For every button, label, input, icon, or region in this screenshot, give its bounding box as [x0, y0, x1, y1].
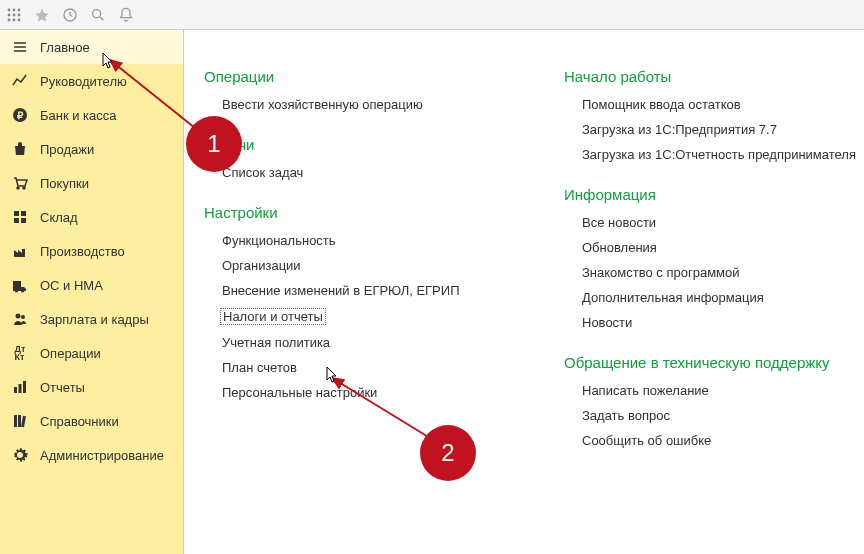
svg-rect-26 — [23, 381, 26, 393]
sidebar-item-bank[interactable]: ₽ Банк и касса — [0, 98, 183, 132]
search-icon[interactable] — [90, 7, 106, 23]
star-icon[interactable] — [34, 7, 50, 23]
sidebar-item-main[interactable]: Главное — [0, 30, 183, 64]
svg-rect-24 — [14, 387, 17, 393]
sidebar-item-label: Продажи — [40, 142, 94, 157]
sidebar-item-label: Руководителю — [40, 74, 127, 89]
sidebar-item-label: Склад — [40, 210, 78, 225]
annotation-marker-label: 1 — [207, 130, 220, 158]
history-icon[interactable] — [62, 7, 78, 23]
sidebar-item-warehouse[interactable]: Склад — [0, 200, 183, 234]
sidebar-item-label: Главное — [40, 40, 90, 55]
link-organizations[interactable]: Организации — [222, 258, 504, 273]
link-intro[interactable]: Знакомство с программой — [582, 265, 864, 280]
ruble-icon: ₽ — [12, 107, 28, 123]
people-icon — [12, 311, 28, 327]
annotation-marker-label: 2 — [441, 439, 454, 467]
sidebar-item-assets[interactable]: ОС и НМА — [0, 268, 183, 302]
section-title-settings[interactable]: Настройки — [204, 204, 504, 221]
bell-icon[interactable] — [118, 7, 134, 23]
link-load-entrepreneur[interactable]: Загрузка из 1С:Отчетность предпринимател… — [582, 147, 864, 162]
sidebar-item-manager[interactable]: Руководителю — [0, 64, 183, 98]
sidebar-item-production[interactable]: Производство — [0, 234, 183, 268]
link-ask-question[interactable]: Задать вопрос — [582, 408, 864, 423]
svg-rect-28 — [18, 415, 21, 427]
svg-rect-25 — [19, 384, 22, 393]
svg-point-6 — [8, 18, 11, 21]
cursor-icon — [326, 366, 338, 384]
annotation-marker-1: 1 — [186, 116, 242, 172]
svg-point-5 — [18, 13, 21, 16]
sidebar-item-label: Банк и касса — [40, 108, 117, 123]
truck-icon — [12, 277, 28, 293]
sidebar-item-admin[interactable]: Администрирование — [0, 438, 183, 472]
main-content: Операции Ввести хозяйственную операцию З… — [184, 30, 864, 554]
svg-point-8 — [18, 18, 21, 21]
sidebar-item-salary[interactable]: Зарплата и кадры — [0, 302, 183, 336]
link-news[interactable]: Новости — [582, 315, 864, 330]
link-load-77[interactable]: Загрузка из 1С:Предприятия 7.7 — [582, 122, 864, 137]
svg-point-17 — [23, 187, 25, 189]
sidebar-item-reports[interactable]: Отчеты — [0, 370, 183, 404]
svg-rect-29 — [21, 416, 26, 427]
annotation-marker-2: 2 — [420, 425, 476, 481]
svg-rect-20 — [14, 218, 19, 223]
svg-point-3 — [8, 13, 11, 16]
section-title-operations[interactable]: Операции — [204, 68, 504, 85]
menu-icon — [12, 39, 28, 55]
bar-chart-icon — [12, 379, 28, 395]
link-all-news[interactable]: Все новости — [582, 215, 864, 230]
link-write-wish[interactable]: Написать пожелание — [582, 383, 864, 398]
apps-icon[interactable] — [6, 7, 22, 23]
sidebar-item-label: Отчеты — [40, 380, 85, 395]
svg-text:₽: ₽ — [17, 110, 24, 121]
sidebar-item-label: Зарплата и кадры — [40, 312, 149, 327]
books-icon — [12, 413, 28, 429]
cart-icon — [12, 175, 28, 191]
link-functionality[interactable]: Функциональность — [222, 233, 504, 248]
sidebar-item-label: Администрирование — [40, 448, 164, 463]
svg-rect-21 — [21, 218, 26, 223]
sidebar-item-label: Производство — [40, 244, 125, 259]
link-egrul[interactable]: Внесение изменений в ЕГРЮЛ, ЕГРИП — [222, 283, 504, 298]
link-updates[interactable]: Обновления — [582, 240, 864, 255]
boxes-icon — [12, 209, 28, 225]
link-balance-helper[interactable]: Помощник ввода остатков — [582, 97, 864, 112]
section-title-info[interactable]: Информация — [564, 186, 864, 203]
sidebar-item-label: Операции — [40, 346, 101, 361]
sidebar-item-label: Покупки — [40, 176, 89, 191]
toolbar — [0, 0, 864, 30]
svg-point-7 — [13, 18, 16, 21]
link-task-list[interactable]: Список задач — [222, 165, 504, 180]
sidebar-item-sales[interactable]: Продажи — [0, 132, 183, 166]
bag-icon — [12, 141, 28, 157]
svg-point-10 — [93, 9, 101, 17]
svg-point-1 — [13, 8, 16, 11]
svg-point-16 — [17, 187, 19, 189]
section-title-tasks[interactable]: Задачи — [204, 136, 504, 153]
sidebar-item-label: Справочники — [40, 414, 119, 429]
sidebar-item-purchases[interactable]: Покупки — [0, 166, 183, 200]
link-accounting-policy[interactable]: Учетная политика — [222, 335, 504, 350]
link-report-error[interactable]: Сообщить об ошибке — [582, 433, 864, 448]
svg-rect-18 — [14, 211, 19, 216]
svg-point-22 — [16, 314, 21, 319]
factory-icon — [12, 243, 28, 259]
sidebar-item-label: ОС и НМА — [40, 278, 103, 293]
svg-rect-27 — [14, 415, 17, 427]
section-title-support[interactable]: Обращение в техническую поддержку — [564, 354, 864, 371]
gear-icon — [12, 447, 28, 463]
cursor-icon — [102, 52, 114, 70]
link-taxes-reports[interactable]: Налоги и отчеты — [220, 308, 326, 325]
section-title-start[interactable]: Начало работы — [564, 68, 864, 85]
link-personal-settings[interactable]: Персональные настройки — [222, 385, 504, 400]
link-enter-operation[interactable]: Ввести хозяйственную операцию — [222, 97, 504, 112]
sidebar-item-operations[interactable]: ДтКт Операции — [0, 336, 183, 370]
link-additional-info[interactable]: Дополнительная информация — [582, 290, 864, 305]
sidebar: Главное Руководителю ₽ Банк и касса Прод… — [0, 30, 184, 554]
svg-point-2 — [18, 8, 21, 11]
svg-rect-19 — [21, 211, 26, 216]
link-chart-accounts[interactable]: План счетов — [222, 360, 504, 375]
sidebar-item-directories[interactable]: Справочники — [0, 404, 183, 438]
svg-point-4 — [13, 13, 16, 16]
